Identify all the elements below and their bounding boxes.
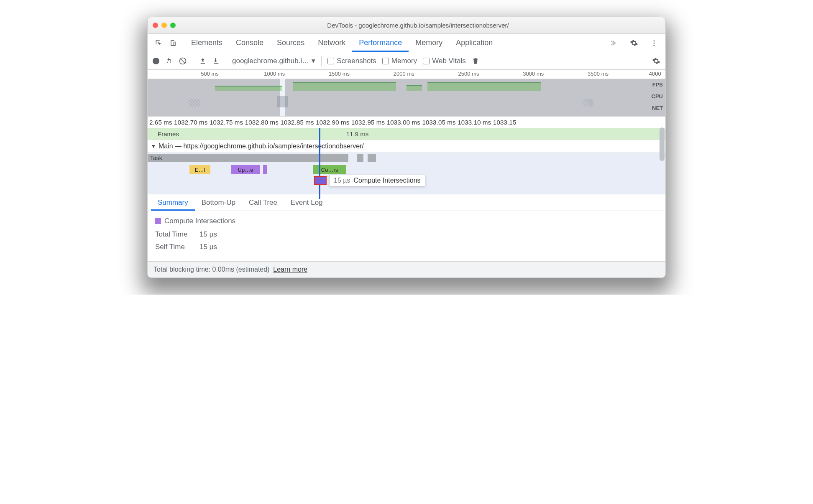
device-toggle-icon[interactable] — [166, 36, 180, 50]
devtools-tabs: Elements Console Sources Network Perform… — [148, 34, 665, 52]
event-name: Compute Intersections — [164, 217, 235, 225]
tab-event-log[interactable]: Event Log — [284, 194, 330, 211]
blocking-time-text: Total blocking time: 0.00ms (estimated) — [153, 266, 269, 273]
zoom-ruler[interactable]: 2.65 ms 1032.70 ms 1032.75 ms 1032.80 ms… — [148, 117, 665, 128]
maximize-icon[interactable] — [170, 23, 176, 28]
svg-point-1 — [654, 42, 655, 43]
footer: Total blocking time: 0.00ms (estimated) … — [148, 261, 665, 277]
total-time-value: 15 µs — [199, 230, 217, 239]
capture-settings-icon[interactable] — [652, 57, 660, 65]
tab-call-tree[interactable]: Call Tree — [242, 194, 284, 211]
overview-ruler[interactable]: 500 ms 1000 ms 1500 ms 2000 ms 2500 ms 3… — [148, 70, 665, 79]
flame-task[interactable]: Task — [148, 154, 348, 162]
flame-bar-composite[interactable]: Co…rs — [313, 165, 346, 174]
flame-task-small[interactable] — [357, 154, 363, 162]
tab-application[interactable]: Application — [449, 34, 499, 52]
minimize-icon[interactable] — [161, 23, 167, 28]
tab-memory[interactable]: Memory — [409, 34, 449, 52]
flame-bar-purple-small[interactable] — [263, 165, 267, 174]
screenshots-checkbox[interactable]: Screenshots — [327, 57, 376, 65]
flame-task-small-2[interactable] — [368, 154, 376, 162]
profile-url: googlechrome.github.i… — [232, 57, 309, 65]
traffic-lights — [153, 23, 176, 28]
frames-value: 11.9 ms — [346, 130, 368, 137]
inspect-icon[interactable] — [152, 36, 166, 50]
tooltip-duration: 15 µs — [334, 177, 350, 184]
upload-button[interactable] — [199, 57, 207, 65]
flame-chart[interactable]: Task E…l Up…e Co…rs 15 µsCompute Interse… — [148, 153, 665, 194]
playhead-line[interactable] — [319, 128, 320, 199]
selected-event[interactable] — [314, 176, 327, 185]
clear-button[interactable] — [179, 57, 187, 65]
scrollbar-thumb[interactable] — [660, 127, 665, 161]
detail-tabs: Summary Bottom-Up Call Tree Event Log — [148, 194, 665, 211]
summary-panel: Compute Intersections Total Time 15 µs S… — [148, 211, 665, 261]
tab-summary[interactable]: Summary — [151, 194, 195, 211]
profile-selector[interactable]: googlechrome.github.i… ▾ — [232, 56, 315, 65]
window-title: DevTools - googlechrome.github.io/sample… — [176, 22, 660, 29]
record-button[interactable] — [153, 58, 159, 64]
tab-elements[interactable]: Elements — [184, 34, 229, 52]
tab-sources[interactable]: Sources — [270, 34, 311, 52]
flame-tooltip: 15 µsCompute Intersections — [329, 175, 425, 186]
tooltip-label: Compute Intersections — [353, 177, 420, 184]
disclosure-triangle-icon: ▼ — [151, 143, 156, 149]
trash-button[interactable] — [472, 57, 479, 65]
webvitals-checkbox[interactable]: Web Vitals — [423, 57, 466, 65]
tab-network[interactable]: Network — [311, 34, 352, 52]
main-thread-label: Main — https://googlechrome.github.io/sa… — [159, 143, 364, 150]
event-color-swatch — [155, 218, 161, 224]
tab-performance[interactable]: Performance — [352, 34, 409, 52]
memory-checkbox[interactable]: Memory — [382, 57, 417, 65]
close-icon[interactable] — [153, 23, 158, 28]
devtools-window: DevTools - googlechrome.github.io/sample… — [147, 17, 666, 278]
more-tabs-icon[interactable] — [607, 36, 621, 50]
tab-bottom-up[interactable]: Bottom-Up — [195, 194, 242, 211]
download-button[interactable] — [212, 57, 220, 65]
main-thread-header[interactable]: ▼ Main — https://googlechrome.github.io/… — [148, 140, 665, 153]
dropdown-icon: ▾ — [312, 56, 315, 65]
flame-bar-event[interactable]: E…l — [189, 165, 210, 174]
svg-point-0 — [654, 40, 655, 41]
tab-console[interactable]: Console — [229, 34, 270, 52]
settings-icon[interactable] — [627, 36, 641, 50]
flame-bar-update[interactable]: Up…e — [231, 165, 260, 174]
svg-point-2 — [654, 44, 655, 46]
self-time-value: 15 µs — [199, 243, 217, 251]
learn-more-link[interactable]: Learn more — [273, 266, 307, 273]
performance-toolbar: googlechrome.github.i… ▾ Screenshots Mem… — [148, 52, 665, 70]
titlebar: DevTools - googlechrome.github.io/sample… — [148, 17, 665, 34]
frames-label: Frames — [158, 130, 179, 137]
kebab-menu-icon[interactable] — [647, 36, 661, 50]
total-time-label: Total Time — [155, 230, 193, 239]
self-time-label: Self Time — [155, 243, 193, 251]
overview-pane[interactable]: FPS CPU NET — [148, 79, 665, 117]
reload-button[interactable] — [165, 57, 173, 65]
frames-track[interactable]: Frames 11.9 ms — [148, 128, 665, 140]
